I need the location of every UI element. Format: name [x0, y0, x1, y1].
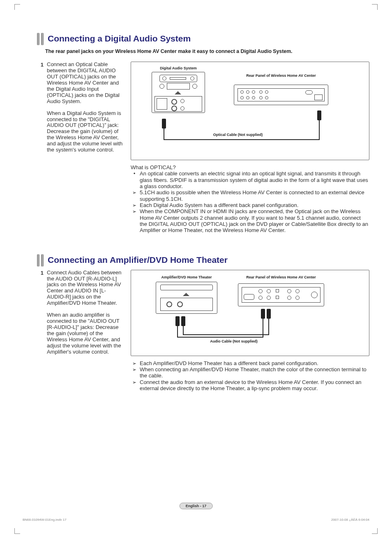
arrow-icon	[132, 202, 140, 208]
explain-block: Each Amplifier/DVD Home Theater has a di…	[131, 360, 369, 392]
step-text: Connect Audio Cables between the AUDIO O…	[47, 270, 123, 392]
footer-right: 2007-10-08 ¿ÀÈÄ 6:04:04	[331, 518, 369, 522]
diagram-cable-label: Optical Cable (Not supplied)	[201, 133, 275, 137]
diagram-label: Amplifier/DVD Home Theater	[152, 275, 221, 279]
section-subtitle: The rear panel jacks on your Wireless Ho…	[37, 48, 369, 54]
step-number: 1	[37, 270, 47, 392]
diagram-digital-audio: Digital Audio System Rear Panel of Wirel…	[131, 62, 369, 160]
section-amplifier: Connecting an Amplifier/DVD Home Theater…	[37, 254, 369, 392]
optical-plug-icon	[317, 110, 321, 120]
rca-plug-icon	[175, 316, 180, 326]
rca-plug-icon	[181, 316, 185, 326]
bullet-icon	[132, 170, 140, 189]
step-number: 1	[37, 62, 47, 234]
diagram-label: Digital Audio System	[154, 66, 203, 70]
arrow-icon	[132, 366, 140, 379]
arrow-icon	[132, 379, 140, 392]
section-title: Connecting an Amplifier/DVD Home Theater	[48, 254, 369, 267]
page-number-badge: English - 17	[180, 503, 213, 509]
title-bar-icon	[41, 33, 44, 45]
section-digital-audio: Connecting a Digital Audio System The re…	[37, 33, 369, 234]
title-bar-icon	[37, 33, 39, 45]
arrow-icon	[132, 360, 140, 366]
diagram-label: Rear Panel of Wireless Home AV Center	[234, 275, 328, 279]
diagram-label: Rear Panel of Wireless Home AV Center	[234, 74, 328, 78]
arrow-icon	[132, 189, 140, 202]
footer-left: BN68-01094W-01Eng.indb 17	[23, 518, 67, 522]
explain-block: What is OPTICAL? An optical cable conver…	[131, 164, 369, 234]
arrow-icon	[132, 208, 140, 233]
rca-plug-icon	[267, 309, 271, 319]
optical-heading: What is OPTICAL?	[131, 164, 369, 170]
title-bar-icon	[41, 254, 44, 267]
diagram-amplifier: Amplifier/DVD Home Theater Rear Panel of…	[131, 270, 369, 356]
optical-plug-icon	[162, 119, 166, 129]
title-bar-icon	[37, 254, 39, 267]
diagram-cable-label: Audio Cable (Not supplied)	[201, 339, 267, 343]
section-title: Connecting a Digital Audio System	[48, 33, 369, 45]
step-text: Connect an Optical Cable between the DIG…	[47, 62, 123, 234]
rca-plug-icon	[261, 309, 265, 319]
